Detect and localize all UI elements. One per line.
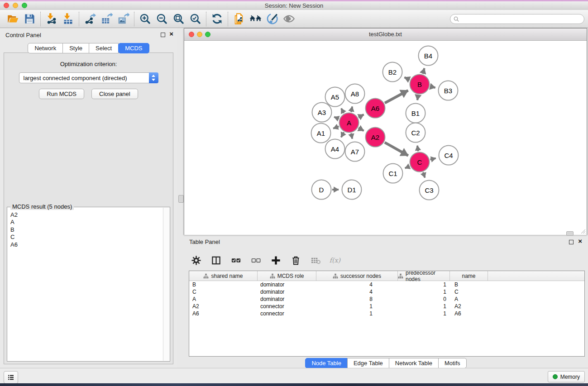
graph-node-A1[interactable]: A1 [311, 123, 331, 143]
export-network-button[interactable] [81, 11, 98, 27]
cell-predecessor-nodes[interactable]: 1 [398, 303, 450, 310]
table-float-icon[interactable] [569, 240, 574, 244]
cell-predecessor-nodes[interactable]: 1 [398, 289, 450, 295]
cell-shared-name[interactable]: A [189, 296, 258, 302]
graph-edge-B-B1[interactable] [417, 95, 418, 100]
tab-node-table[interactable]: Node Table [305, 358, 348, 368]
graph-edge-C-C4[interactable] [430, 158, 435, 160]
graph-edge-A-A5[interactable] [341, 108, 344, 113]
cell-name[interactable]: A [450, 296, 488, 302]
column-header-name[interactable]: name [450, 271, 488, 281]
graph-edge-B-B3[interactable] [430, 86, 435, 88]
cell-predecessor-nodes[interactable]: 0 [398, 296, 450, 302]
table-row[interactable]: Bdominator41B [189, 281, 584, 288]
tab-mcds[interactable]: MCDS [118, 43, 149, 53]
graph-edge-C-C3[interactable] [423, 172, 425, 178]
cell-shared-name[interactable]: A6 [189, 310, 258, 317]
graph-node-B2[interactable]: B2 [382, 62, 403, 82]
result-scrollbar[interactable] [163, 208, 169, 361]
graph-edge-A-A7[interactable] [351, 133, 352, 139]
deselect-all-button[interactable] [249, 253, 263, 267]
graph-node-A7[interactable]: A7 [345, 142, 365, 162]
column-visibility-button[interactable] [209, 253, 223, 267]
cell-shared-name[interactable]: A2 [189, 303, 258, 310]
table-close-icon[interactable]: × [578, 237, 582, 245]
tab-network[interactable]: Network [28, 43, 63, 53]
graph-node-A3[interactable]: A3 [312, 102, 332, 123]
graph-node-A[interactable]: A [339, 113, 359, 133]
graph-edge-B-B2[interactable] [404, 77, 410, 80]
search-field[interactable] [450, 14, 584, 24]
mcds-result-item[interactable]: A2 [8, 211, 163, 219]
mcds-result-item[interactable]: B [8, 226, 163, 234]
select-all-button[interactable] [229, 253, 243, 267]
zoom-selected-button[interactable] [187, 11, 204, 27]
graph-edge-A2-C[interactable] [385, 143, 408, 156]
refresh-button[interactable] [209, 11, 225, 27]
export-table-button[interactable] [98, 11, 115, 27]
graph-edge-A-A3[interactable] [334, 117, 339, 119]
cell-shared-name[interactable]: C [189, 289, 258, 295]
run-mcds-button[interactable]: Run MCDS [39, 89, 84, 99]
graph-node-C[interactable]: C [410, 152, 430, 172]
graph-node-C3[interactable]: C3 [419, 180, 440, 200]
graph-edge-A-A4[interactable] [341, 132, 344, 137]
graph-node-D[interactable]: D [311, 180, 332, 200]
graph-node-A4[interactable]: A4 [325, 139, 345, 159]
graph-node-B[interactable]: B [410, 74, 430, 95]
graph-node-D1[interactable]: D1 [342, 180, 362, 200]
show-panels-button[interactable] [4, 371, 18, 384]
graph-node-B4[interactable]: B4 [418, 46, 439, 66]
graph-edge-B-B4[interactable] [423, 68, 425, 74]
delete-column-button[interactable] [289, 253, 302, 267]
graph-node-C1[interactable]: C1 [383, 163, 403, 184]
float-panel-icon[interactable] [161, 33, 165, 37]
cell-mcds-role[interactable]: dominator [258, 296, 316, 302]
column-header-predecessor-nodes[interactable]: predecessor nodes [398, 271, 450, 281]
graph-node-A2[interactable]: A2 [365, 127, 386, 148]
cell-predecessor-nodes[interactable]: 1 [398, 310, 450, 317]
graph-node-C4[interactable]: C4 [439, 145, 459, 166]
graph-edge-A-A8[interactable] [351, 106, 352, 112]
tab-edge-table[interactable]: Edge Table [347, 358, 389, 368]
graph-edge-C-C1[interactable] [405, 166, 410, 168]
criterion-dropdown[interactable]: largest connected component (directed) [19, 72, 158, 83]
column-header-shared-name[interactable]: shared name [189, 271, 258, 281]
cell-successor-nodes[interactable]: 1 [316, 303, 398, 310]
table-row[interactable]: A2connector11A2 [189, 303, 584, 310]
vertical-splitter-handle[interactable] [178, 195, 184, 203]
cell-successor-nodes[interactable]: 1 [316, 310, 398, 317]
cell-shared-name[interactable]: B [189, 281, 258, 288]
import-network-button[interactable] [43, 11, 60, 27]
search-input[interactable] [460, 15, 584, 23]
zoom-out-button[interactable] [153, 11, 170, 27]
column-header-mcds-role[interactable]: MCDS role [258, 271, 316, 281]
graph-edge-A-A1[interactable] [333, 126, 339, 129]
tab-style[interactable]: Style [62, 43, 89, 53]
graph-node-C2[interactable]: C2 [406, 123, 426, 143]
cell-mcds-role[interactable]: dominator [258, 281, 316, 288]
network-canvas[interactable]: B4B2BB3A8A5A6A3B1AC2A1A2A4A7C4CC1DD1C3 [184, 41, 587, 235]
mcds-result-item[interactable]: A6 [8, 241, 163, 248]
clone-network-button[interactable] [230, 11, 247, 27]
cell-name[interactable]: A2 [450, 303, 488, 310]
zoom-fit-button[interactable] [170, 11, 187, 27]
graph-node-A8[interactable]: A8 [345, 84, 365, 104]
cell-name[interactable]: B [450, 281, 488, 288]
cell-name[interactable]: A6 [450, 310, 488, 317]
tab-select[interactable]: Select [89, 43, 119, 53]
save-session-button[interactable] [21, 11, 38, 27]
table-settings-button[interactable] [189, 253, 203, 267]
toggle-graphics-details-button[interactable] [264, 11, 281, 27]
tab-network-table[interactable]: Network Table [389, 358, 439, 368]
add-column-button[interactable] [269, 253, 282, 267]
cell-mcds-role[interactable]: dominator [258, 289, 316, 295]
graph-node-A6[interactable]: A6 [365, 98, 386, 119]
mcds-result-item[interactable]: C [8, 234, 163, 241]
graph-edge-C-C2[interactable] [417, 146, 418, 152]
show-hide-button[interactable] [281, 11, 297, 27]
mcds-result-item[interactable]: A [8, 219, 163, 226]
graph-edge-A-A2[interactable] [359, 128, 364, 131]
graph-node-B3[interactable]: B3 [438, 81, 459, 101]
cell-mcds-role[interactable]: connector [258, 310, 316, 317]
